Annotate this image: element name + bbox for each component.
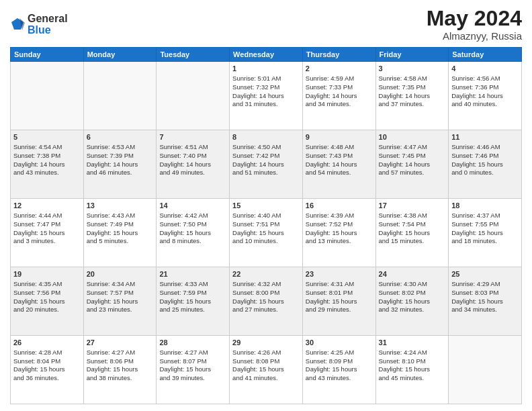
cell-info-line: Daylight: 15 hours: [451, 298, 519, 306]
cell-info-line: Daylight: 14 hours: [232, 161, 300, 169]
cell-info-line: and 27 minutes.: [232, 306, 300, 314]
cell-info-line: Sunset: 7:40 PM: [159, 152, 226, 161]
cell-info-line: and 49 minutes.: [159, 169, 226, 177]
calendar-cell: 4Sunrise: 4:56 AMSunset: 7:36 PMDaylight…: [449, 62, 522, 130]
day-number: 23: [306, 269, 373, 279]
cell-info-line: Daylight: 14 hours: [379, 92, 446, 101]
cell-info-line: and 10 minutes.: [232, 237, 300, 246]
day-number: 20: [87, 269, 154, 279]
table-row: 1Sunrise: 5:01 AMSunset: 7:32 PMDaylight…: [11, 62, 522, 130]
cell-info-line: Sunset: 7:56 PM: [13, 289, 81, 298]
calendar-cell: 21Sunrise: 4:33 AMSunset: 7:59 PMDayligh…: [157, 267, 230, 336]
header: General Blue May 2024 Almaznyy, Russia: [10, 7, 522, 42]
cell-info-line: Daylight: 15 hours: [232, 298, 300, 306]
cell-info-line: and 31 minutes.: [232, 100, 300, 109]
cell-info-line: and 38 minutes.: [87, 374, 154, 383]
day-number: 8: [232, 132, 300, 142]
cell-info-line: Sunrise: 4:44 AM: [13, 212, 81, 220]
calendar-cell: [157, 62, 230, 130]
day-number: 9: [306, 132, 373, 142]
cell-info-line: Sunset: 7:59 PM: [159, 289, 226, 298]
calendar-cell: 10Sunrise: 4:47 AMSunset: 7:45 PMDayligh…: [375, 130, 449, 199]
cell-info-line: Daylight: 14 hours: [87, 161, 154, 169]
logo-blue-text: Blue: [28, 24, 68, 36]
cell-info-line: and 18 minutes.: [451, 237, 519, 246]
cell-info-line: Sunrise: 4:24 AM: [379, 349, 446, 357]
cell-info-line: Daylight: 15 hours: [13, 229, 81, 238]
cell-info-line: Sunrise: 4:58 AM: [379, 75, 446, 83]
cell-info-line: Sunrise: 4:50 AM: [232, 143, 300, 152]
cell-info-line: Daylight: 15 hours: [232, 229, 300, 238]
day-number: 22: [232, 269, 300, 279]
cell-info-line: Daylight: 14 hours: [451, 92, 519, 101]
cell-info-line: Daylight: 15 hours: [13, 298, 81, 306]
cell-info-line: and 13 minutes.: [306, 237, 373, 246]
day-number: 10: [379, 132, 446, 142]
cell-info-line: and 5 minutes.: [87, 237, 154, 246]
sub-title: Almaznyy, Russia: [427, 30, 522, 42]
cell-info-line: Sunrise: 4:35 AM: [13, 280, 81, 289]
cell-info-line: and 0 minutes.: [451, 169, 519, 177]
logo-icon: [10, 17, 25, 32]
cell-info-line: Sunset: 7:36 PM: [451, 83, 519, 92]
calendar-cell: 27Sunrise: 4:27 AMSunset: 8:06 PMDayligh…: [83, 336, 157, 404]
cell-info-line: Sunset: 7:50 PM: [159, 220, 226, 229]
cell-info-line: Sunset: 7:35 PM: [379, 83, 446, 92]
cell-info-line: Sunset: 8:00 PM: [232, 289, 300, 298]
cell-info-line: Sunrise: 4:30 AM: [379, 280, 446, 289]
cell-info-line: Sunset: 7:39 PM: [87, 152, 154, 161]
cell-info-line: Sunset: 8:04 PM: [13, 357, 81, 366]
logo-text: General Blue: [28, 13, 68, 36]
cell-info-line: and 46 minutes.: [87, 169, 154, 177]
calendar-cell: 8Sunrise: 4:50 AMSunset: 7:42 PMDaylight…: [230, 130, 303, 199]
calendar-cell: 28Sunrise: 4:27 AMSunset: 8:07 PMDayligh…: [157, 336, 230, 404]
cell-info-line: Sunset: 8:10 PM: [379, 357, 446, 366]
cell-info-line: Sunrise: 4:42 AM: [159, 212, 226, 220]
title-block: May 2024 Almaznyy, Russia: [427, 7, 522, 42]
cell-info-line: and 29 minutes.: [306, 306, 373, 314]
day-number: 30: [306, 338, 373, 348]
col-sunday: Sunday: [11, 48, 84, 62]
cell-info-line: Sunset: 7:33 PM: [306, 83, 373, 92]
cell-info-line: and 45 minutes.: [379, 374, 446, 383]
calendar-cell: 3Sunrise: 4:58 AMSunset: 7:35 PMDaylight…: [375, 62, 449, 130]
calendar-cell: 1Sunrise: 5:01 AMSunset: 7:32 PMDaylight…: [230, 62, 303, 130]
cell-info-line: Daylight: 15 hours: [87, 229, 154, 238]
cell-info-line: and 34 minutes.: [451, 306, 519, 314]
cell-info-line: and 32 minutes.: [379, 306, 446, 314]
calendar-cell: 30Sunrise: 4:25 AMSunset: 8:09 PMDayligh…: [302, 336, 375, 404]
day-number: 5: [13, 132, 81, 142]
day-number: 29: [232, 338, 300, 348]
cell-info-line: and 3 minutes.: [13, 237, 81, 246]
cell-info-line: Daylight: 14 hours: [306, 92, 373, 101]
calendar-cell: 14Sunrise: 4:42 AMSunset: 7:50 PMDayligh…: [157, 199, 230, 267]
calendar-header-row: Sunday Monday Tuesday Wednesday Thursday…: [11, 48, 522, 62]
cell-info-line: Sunrise: 4:51 AM: [159, 143, 226, 152]
day-number: 7: [159, 132, 226, 142]
day-number: 11: [451, 132, 519, 142]
cell-info-line: and 20 minutes.: [13, 306, 81, 314]
cell-info-line: Sunset: 7:46 PM: [451, 152, 519, 161]
calendar-cell: 18Sunrise: 4:37 AMSunset: 7:55 PMDayligh…: [449, 199, 522, 267]
cell-info-line: Sunset: 7:52 PM: [306, 220, 373, 229]
cell-info-line: Sunrise: 4:33 AM: [159, 280, 226, 289]
cell-info-line: Sunset: 7:49 PM: [87, 220, 154, 229]
col-friday: Friday: [375, 48, 449, 62]
day-number: 26: [13, 338, 81, 348]
calendar-cell: 9Sunrise: 4:48 AMSunset: 7:43 PMDaylight…: [302, 130, 375, 199]
calendar-cell: 17Sunrise: 4:38 AMSunset: 7:54 PMDayligh…: [375, 199, 449, 267]
col-monday: Monday: [83, 48, 157, 62]
table-row: 19Sunrise: 4:35 AMSunset: 7:56 PMDayligh…: [11, 267, 522, 336]
calendar-cell: [11, 62, 84, 130]
day-number: 28: [159, 338, 226, 348]
cell-info-line: Sunrise: 4:38 AM: [379, 212, 446, 220]
cell-info-line: Daylight: 15 hours: [379, 229, 446, 238]
cell-info-line: Daylight: 15 hours: [306, 298, 373, 306]
cell-info-line: and 41 minutes.: [232, 374, 300, 383]
calendar-cell: 6Sunrise: 4:53 AMSunset: 7:39 PMDaylight…: [83, 130, 157, 199]
cell-info-line: Sunrise: 4:27 AM: [87, 349, 154, 357]
calendar-cell: 13Sunrise: 4:43 AMSunset: 7:49 PMDayligh…: [83, 199, 157, 267]
cell-info-line: Daylight: 14 hours: [306, 161, 373, 169]
calendar-cell: 19Sunrise: 4:35 AMSunset: 7:56 PMDayligh…: [11, 267, 84, 336]
page: General Blue May 2024 Almaznyy, Russia S…: [0, 0, 532, 411]
